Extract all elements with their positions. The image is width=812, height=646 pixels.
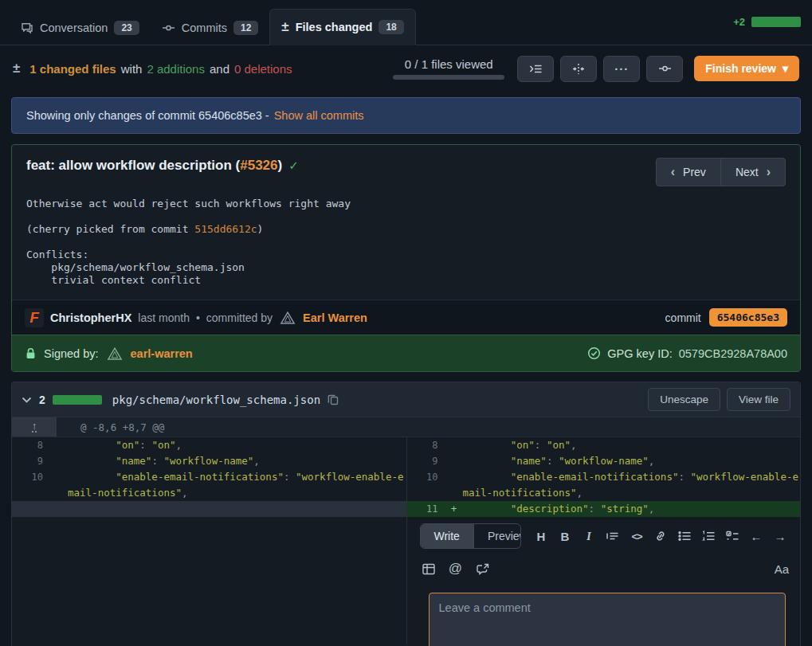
bullet-list-icon[interactable] [676, 527, 693, 546]
code-line: "description": "string", [463, 501, 801, 517]
diff-row: 10 "enable-email-notifications": "workfl… [12, 469, 800, 501]
line-number[interactable]: 10 [407, 469, 445, 501]
code-line: "name": "workflow-name", [463, 453, 801, 469]
author-link[interactable]: ChristopherHX [50, 311, 131, 324]
write-preview-switch: Write Preview [420, 523, 522, 549]
diff-cell-left[interactable]: 10 "enable-email-notifications": "workfl… [12, 469, 406, 501]
diff-row: 11+ "description": "string", [12, 501, 800, 517]
mention-icon[interactable]: @ [447, 559, 465, 578]
commit-detail-box: feat: allow workflow description (#5326)… [11, 144, 801, 372]
diff-cell-left[interactable]: 8 "on": "on", [12, 437, 406, 453]
author-avatar[interactable]: F [25, 308, 44, 327]
font-size-icon[interactable]: Aa [775, 562, 789, 576]
table-icon[interactable] [420, 559, 437, 578]
write-tab[interactable]: Write [421, 524, 473, 548]
review-commit-button[interactable] [646, 56, 683, 82]
line-number[interactable]: 9 [407, 453, 445, 469]
split-view-toggle-button[interactable] [560, 56, 597, 82]
comment-editor-toolbar: Write Preview H B I <> [420, 523, 790, 549]
reference-icon[interactable] [474, 559, 492, 578]
diff-marker [445, 437, 463, 453]
line-number[interactable]: 8 [12, 437, 50, 453]
commit-label: commit [665, 311, 701, 324]
caret-down-icon: ▾ [783, 62, 788, 75]
file-tree-toggle-button[interactable] [517, 56, 554, 82]
diff-cell-left[interactable] [12, 501, 406, 517]
diff-summary-row: ± 1 changed files with 2 additions and 0… [0, 45, 812, 92]
preview-tab[interactable]: Preview [473, 524, 521, 548]
chevron-right-icon: › [767, 165, 771, 179]
diff-empty-left-area [12, 517, 406, 644]
line-number[interactable]: 9 [12, 453, 50, 469]
files-viewed-label: 0 / 1 files viewed [405, 57, 493, 71]
tab-conversation[interactable]: Conversation 23 [10, 11, 151, 45]
diff-marker [50, 453, 68, 469]
commit-hash-badge[interactable]: 65406c85e3 [709, 308, 787, 327]
file-diff-stat-bar [53, 395, 102, 405]
commit-nav: ‹ Prev Next › [656, 158, 786, 186]
hunk-header-text: @ -8,6 +8,7 @@ [57, 417, 164, 437]
diff-stat-additions: +2 [733, 16, 745, 28]
gpg-key-label: GPG key ID: [607, 347, 672, 360]
diff-cell-left[interactable]: 9 "name": "workflow-name", [12, 453, 406, 469]
diff-marker: + [445, 501, 463, 517]
commit-message-line: (cherry picked from commit 515dd6612c) [26, 223, 786, 236]
prev-commit-button[interactable]: ‹ Prev [656, 158, 721, 186]
code-line: "name": "workflow-name", [68, 453, 406, 469]
diff-options-button[interactable]: ··· [603, 56, 640, 82]
diff-cell-right[interactable]: 11+ "description": "string", [406, 501, 801, 517]
ellipsis-icon: ··· [614, 62, 629, 76]
summary-with: with [121, 62, 143, 76]
code-icon[interactable]: <> [628, 527, 645, 546]
show-all-commits-link[interactable]: Show all commits [274, 109, 364, 122]
outdent-icon[interactable]: ← [747, 527, 765, 546]
committer-link[interactable]: Earl Warren [303, 311, 367, 324]
code-line: "on": "on", [463, 437, 801, 453]
tab-commits[interactable]: Commits 12 [151, 11, 270, 45]
commit-filter-banner: Showing only changes of commit 65406c85e… [11, 97, 801, 134]
diff-cell-right[interactable]: 8 "on": "on", [406, 437, 801, 453]
committer-avatar[interactable] [279, 309, 296, 327]
bold-icon[interactable]: B [556, 527, 574, 546]
file-name-link[interactable]: pkg/schema/workflow_schema.json [112, 393, 320, 406]
diff-cell-right[interactable]: 10 "enable-email-notifications": "workfl… [406, 469, 801, 501]
commit-signed-row: Signed by: earl-warren GPG key ID: 0579C… [12, 335, 800, 371]
signer-avatar[interactable] [106, 345, 124, 362]
quote-icon[interactable] [604, 527, 622, 546]
line-number[interactable]: 11 [407, 501, 445, 517]
verified-badge-icon [587, 346, 601, 360]
finish-review-label: Finish review [705, 62, 776, 75]
ordered-list-icon[interactable] [700, 527, 717, 546]
task-list-icon[interactable] [724, 527, 741, 546]
view-file-button[interactable]: View file [727, 388, 790, 411]
check-icon: ✓ [288, 159, 299, 172]
diff-cell-right[interactable]: 9 "name": "workflow-name", [406, 453, 801, 469]
copy-path-icon[interactable] [328, 393, 339, 405]
tab-commits-label: Commits [182, 22, 227, 34]
signer-link[interactable]: earl-warren [131, 347, 193, 360]
finish-review-button[interactable]: Finish review ▾ [694, 56, 799, 81]
signed-by-label: Signed by: [44, 347, 99, 360]
line-number[interactable]: 8 [407, 437, 445, 453]
diff-marker [50, 501, 68, 517]
line-number[interactable]: 10 [12, 469, 50, 501]
expand-hunk-button[interactable]: ↑ [12, 417, 57, 437]
tab-files-changed[interactable]: ± Files changed 18 [269, 9, 415, 45]
diff-marker [445, 469, 463, 501]
commit-title-text: feat: allow workflow description ( [26, 158, 240, 173]
commits-count-badge: 12 [233, 21, 258, 35]
deletions-count: 0 deletions [234, 62, 292, 76]
comment-input[interactable] [429, 593, 786, 646]
italic-icon[interactable]: I [580, 527, 598, 546]
next-commit-button[interactable]: Next › [720, 158, 786, 186]
diff-icon: ± [281, 19, 288, 35]
issue-link[interactable]: #5326 [240, 158, 277, 173]
commit-message-line [26, 236, 786, 249]
collapse-file-icon[interactable] [22, 396, 32, 404]
heading-icon[interactable]: H [532, 527, 550, 546]
indent-icon[interactable]: → [771, 527, 789, 546]
line-number[interactable] [12, 501, 50, 517]
link-icon[interactable] [652, 527, 669, 546]
commit-time: last month [138, 311, 190, 324]
unescape-button[interactable]: Unescape [648, 388, 720, 411]
